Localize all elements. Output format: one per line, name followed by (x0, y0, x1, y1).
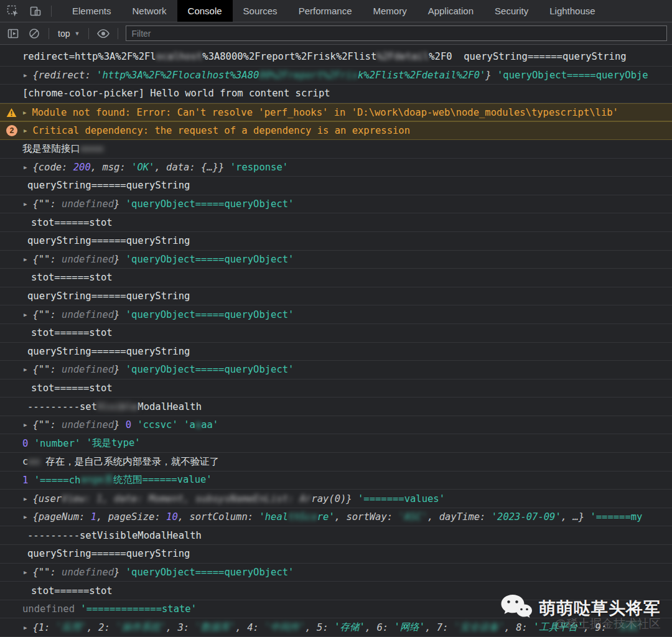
console-log-row: ▶{"": undefined} 'queryObject=====queryO… (0, 251, 672, 269)
log-text: ocalhost (156, 51, 203, 62)
log-text (131, 419, 137, 430)
tab-memory[interactable]: Memory (363, 0, 418, 22)
log-text: } (114, 419, 126, 430)
log-text: {user (32, 493, 62, 504)
log-text: , 4: (236, 622, 265, 633)
eye-icon[interactable] (96, 27, 110, 40)
log-text: %2F0 queryString======queryString (429, 51, 626, 62)
expand-caret-icon[interactable]: ▶ (24, 366, 27, 373)
expand-caret-icon[interactable]: ▶ (24, 128, 27, 134)
log-text: xxxx (80, 143, 103, 154)
log-text: {"": (32, 309, 62, 320)
log-text: 'queryObject=====queryObject' (126, 254, 294, 265)
expand-caret-icon[interactable]: ▶ (24, 256, 27, 263)
log-text: ModalHealth (138, 401, 202, 412)
repeat-count-badge: 2 (6, 125, 17, 136)
tab-sources[interactable]: Sources (233, 0, 288, 22)
log-text: 0 (22, 438, 28, 449)
tab-network[interactable]: Network (122, 0, 177, 22)
expand-caret-icon[interactable]: ▶ (24, 312, 27, 318)
tab-console[interactable]: Console (177, 0, 233, 22)
log-text: queryString======queryString (27, 346, 190, 357)
log-text: ---------setVisibleModalHealth (27, 530, 202, 541)
filter-input[interactable] (126, 26, 667, 41)
log-text: , 5: (305, 622, 334, 633)
log-text: } (114, 567, 126, 578)
log-text: queryString======queryString (27, 291, 190, 302)
expand-caret-icon[interactable]: ▶ (24, 514, 27, 520)
log-text: 'ASC' (398, 511, 427, 523)
console-log-row: stot======stot (0, 379, 672, 398)
log-text: '安全设备' (454, 621, 505, 634)
log-text: ---------set (27, 401, 97, 412)
tab-application[interactable]: Application (418, 0, 484, 22)
log-text: undefined (62, 364, 114, 375)
log-text: k%2Flist%2Fdetail%2F0' (358, 70, 485, 81)
log-text: 'a (184, 419, 195, 430)
log-text: , msg: (91, 162, 131, 173)
log-text: redirect=http%3A%2F%2Fl (22, 51, 156, 62)
expand-caret-icon[interactable]: ▶ (23, 109, 26, 116)
console-log-row: ---------setVisibleModalHealth (0, 398, 672, 416)
log-text: , 2: (86, 622, 116, 633)
tab-lighthouse[interactable]: Lighthouse (539, 0, 605, 22)
context-selector[interactable]: top ▼ (57, 29, 81, 39)
console-log-row: queryString======queryString (0, 287, 672, 306)
log-text: %2Fdetail (376, 51, 429, 62)
console-sidebar-icon[interactable] (6, 27, 20, 40)
log-text: } (114, 198, 126, 210)
expand-caret-icon[interactable]: ▶ (24, 72, 27, 78)
console-log-row: 0 'number' '我是type' (0, 434, 672, 453)
log-text: a (195, 419, 201, 430)
log-text: {"": (32, 364, 62, 375)
log-text: undefined (62, 419, 114, 430)
log-text: 'queryObject=====queryObject' (126, 567, 294, 578)
log-text: } (485, 70, 497, 81)
console-log-row: ▶{"": undefined} 'queryObject=====queryO… (0, 564, 672, 582)
inspect-icon[interactable] (6, 4, 20, 18)
console-log-row: stot======stot (0, 324, 672, 343)
log-text: '主机' (613, 621, 644, 634)
console-log-row: ---------setVisibleModalHealth (0, 526, 672, 545)
expand-caret-icon[interactable]: ▶ (24, 625, 27, 631)
log-text: 1 (22, 475, 28, 486)
log-text: {pageNum: (32, 511, 90, 523)
log-text: ange系 (80, 473, 113, 486)
log-text: '应用' (56, 621, 87, 634)
log-text: {"": (32, 254, 62, 265)
expand-caret-icon[interactable]: ▶ (24, 164, 27, 170)
log-text: 'queryObject=====queryObject' (126, 309, 294, 320)
log-text (75, 603, 80, 615)
log-text: 0 (126, 419, 131, 430)
log-text (28, 438, 34, 449)
log-text: queryString======queryString (27, 548, 190, 559)
console-log-row: [chrome-color-picker] Hello world from c… (0, 85, 672, 103)
log-text: stot======stot (31, 327, 113, 338)
expand-caret-icon[interactable]: ▶ (24, 496, 27, 502)
tab-elements[interactable]: Elements (62, 0, 122, 22)
expand-caret-icon[interactable]: ▶ (24, 201, 27, 207)
log-text: '存储' (334, 621, 365, 634)
log-text: 00%2Freport%2Fris (259, 70, 358, 81)
console-log-row: 1 '=====change系统范围======value' (0, 472, 672, 490)
console-log-row: queryString======queryString (0, 343, 672, 361)
log-text: '中间件' (264, 621, 305, 634)
log-text: undefined (62, 567, 114, 578)
expand-caret-icon[interactable]: ▶ (24, 422, 27, 428)
log-text: , 7: (425, 622, 454, 633)
console-log-row: stot======stot (0, 213, 672, 232)
console-log-row: queryString======queryString (0, 545, 672, 564)
log-text (28, 475, 34, 486)
log-text: , 8: (504, 622, 533, 633)
divider (49, 28, 49, 39)
log-text: queryString======queryString (27, 235, 190, 246)
log-text: '2023-07-09' (492, 511, 561, 523)
console-log-row: stot======stot (0, 269, 672, 287)
expand-caret-icon[interactable]: ▶ (24, 569, 27, 575)
console-log-row: cxx 存在，是自己系统内部登录，就不验证了 (0, 453, 672, 472)
clear-console-icon[interactable] (27, 27, 41, 40)
tab-performance[interactable]: Performance (288, 0, 363, 22)
device-toolbar-icon[interactable] (29, 4, 42, 18)
log-text: 200 (73, 162, 91, 173)
tab-security[interactable]: Security (484, 0, 539, 22)
